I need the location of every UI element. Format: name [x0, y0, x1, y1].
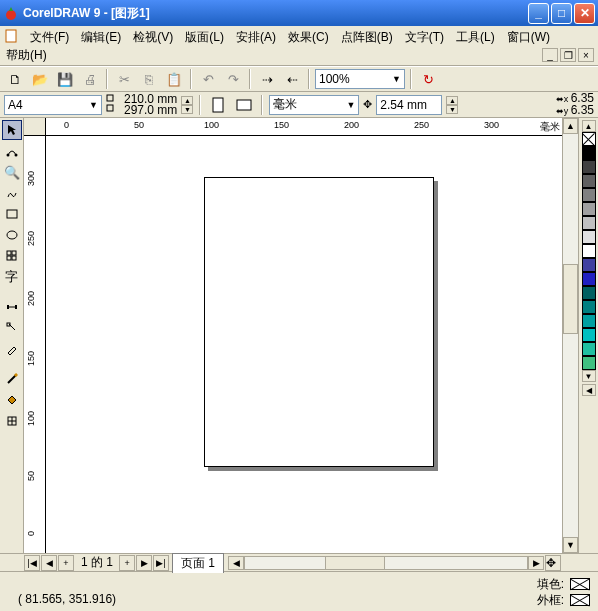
color-swatch[interactable]	[582, 342, 596, 356]
menu-edit[interactable]: 编辑(E)	[75, 28, 127, 47]
save-button[interactable]: 💾	[54, 68, 76, 90]
ruler-tick: 0	[26, 531, 36, 536]
menu-layout[interactable]: 版面(L)	[179, 28, 230, 47]
fill-swatch[interactable]	[570, 578, 590, 590]
menu-arrange[interactable]: 安排(A)	[230, 28, 282, 47]
color-swatch[interactable]	[582, 314, 596, 328]
ruler-tick: 300	[26, 171, 36, 186]
corel-online-button[interactable]: ↻	[417, 68, 439, 90]
freehand-tool[interactable]	[2, 183, 22, 203]
horizontal-ruler[interactable]: 毫米 050100150200250300	[46, 118, 562, 136]
outline-tool[interactable]	[2, 369, 22, 389]
dimension-spinner[interactable]: ▲▼	[181, 96, 193, 114]
zoom-combo[interactable]: 100% ▼	[315, 69, 405, 89]
ruler-origin[interactable]	[24, 118, 46, 136]
units-combo[interactable]: 毫米 ▼	[269, 95, 359, 115]
add-page-after-button[interactable]: +	[119, 555, 135, 571]
color-swatch[interactable]	[582, 286, 596, 300]
print-button[interactable]: 🖨	[79, 68, 101, 90]
page-tab[interactable]: 页面 1	[172, 553, 224, 573]
palette-up-button[interactable]: ▲	[582, 120, 596, 132]
color-swatch[interactable]	[582, 216, 596, 230]
ellipse-tool[interactable]	[2, 225, 22, 245]
menu-view[interactable]: 检视(V)	[127, 28, 179, 47]
paste-button[interactable]: 📋	[163, 68, 185, 90]
no-color-swatch[interactable]	[582, 132, 596, 146]
minimize-button[interactable]: _	[528, 3, 549, 24]
maximize-button[interactable]: □	[551, 3, 572, 24]
color-swatch[interactable]	[582, 244, 596, 258]
color-swatch[interactable]	[582, 160, 596, 174]
color-swatch[interactable]	[582, 258, 596, 272]
scroll-right-button[interactable]: ▶	[528, 556, 544, 570]
outline-swatch[interactable]	[570, 594, 590, 606]
zoom-tool[interactable]: 🔍	[2, 162, 22, 182]
nudge-spinner[interactable]: ▲▼	[446, 96, 458, 114]
interactive-fill-tool[interactable]	[2, 297, 22, 317]
shape-tool[interactable]	[2, 141, 22, 161]
import-button[interactable]: ⇢	[256, 68, 278, 90]
cut-button[interactable]: ✂	[113, 68, 135, 90]
menu-window[interactable]: 窗口(W)	[501, 28, 556, 47]
hscroll-track[interactable]	[244, 556, 528, 570]
svg-rect-10	[7, 251, 11, 255]
hscroll-thumb[interactable]	[325, 557, 385, 569]
canvas[interactable]	[46, 136, 562, 553]
portrait-button[interactable]	[207, 94, 229, 116]
menu-help[interactable]: 帮助(H)	[0, 46, 53, 65]
dup-y[interactable]: 6.35	[571, 103, 594, 117]
eyedropper-tool[interactable]	[2, 339, 22, 359]
first-page-button[interactable]: |◀	[24, 555, 40, 571]
menu-effects[interactable]: 效果(C)	[282, 28, 335, 47]
color-swatch[interactable]	[582, 328, 596, 342]
nudge-field[interactable]: 2.54 mm	[376, 95, 442, 115]
menu-text[interactable]: 文字(T)	[399, 28, 450, 47]
color-swatch[interactable]	[582, 272, 596, 286]
text-tool[interactable]: 字	[2, 267, 22, 287]
menu-tools[interactable]: 工具(L)	[450, 28, 501, 47]
close-button[interactable]: ✕	[574, 3, 595, 24]
scroll-thumb[interactable]	[563, 264, 578, 334]
color-swatch[interactable]	[582, 202, 596, 216]
next-page-button[interactable]: ▶	[136, 555, 152, 571]
redo-button[interactable]: ↷	[222, 68, 244, 90]
rectangle-tool[interactable]	[2, 204, 22, 224]
scroll-down-button[interactable]: ▼	[563, 537, 578, 553]
fill-tool[interactable]	[2, 390, 22, 410]
polygon-tool[interactable]	[2, 246, 22, 266]
pick-tool[interactable]	[2, 120, 22, 140]
interactive-transparency-tool[interactable]	[2, 318, 22, 338]
page-height[interactable]: 297.0 mm	[124, 105, 177, 116]
copy-button[interactable]: ⎘	[138, 68, 160, 90]
scroll-track[interactable]	[563, 134, 578, 537]
palette-flyout-button[interactable]: ◀	[582, 384, 596, 396]
scroll-left-button[interactable]: ◀	[228, 556, 244, 570]
undo-button[interactable]: ↶	[197, 68, 219, 90]
vertical-scrollbar[interactable]: ▲ ▼	[562, 118, 578, 553]
horizontal-scrollbar[interactable]: ◀ ▶	[228, 556, 544, 570]
open-button[interactable]: 📂	[29, 68, 51, 90]
landscape-button[interactable]	[233, 94, 255, 116]
menu-bitmap[interactable]: 点阵图(B)	[335, 28, 399, 47]
pan-button[interactable]: ✥	[545, 555, 561, 571]
paper-combo[interactable]: A4 ▼	[4, 95, 102, 115]
color-swatch[interactable]	[582, 356, 596, 370]
prev-page-button[interactable]: ◀	[41, 555, 57, 571]
color-swatch[interactable]	[582, 230, 596, 244]
new-button[interactable]: 🗋	[4, 68, 26, 90]
add-page-before-button[interactable]: +	[58, 555, 74, 571]
color-swatch[interactable]	[582, 174, 596, 188]
last-page-button[interactable]: ▶|	[153, 555, 169, 571]
color-swatch[interactable]	[582, 300, 596, 314]
mdi-restore-button[interactable]: ❐	[560, 48, 576, 62]
palette-down-button[interactable]: ▼	[582, 370, 596, 382]
mdi-minimize-button[interactable]: _	[542, 48, 558, 62]
scroll-up-button[interactable]: ▲	[563, 118, 578, 134]
color-swatch[interactable]	[582, 146, 596, 160]
color-swatch[interactable]	[582, 188, 596, 202]
interactive-mesh-tool[interactable]	[2, 411, 22, 431]
export-button[interactable]: ⇠	[281, 68, 303, 90]
vertical-ruler[interactable]: 050100150200250300	[24, 136, 46, 553]
menu-file[interactable]: 文件(F)	[24, 28, 75, 47]
mdi-close-button[interactable]: ×	[578, 48, 594, 62]
